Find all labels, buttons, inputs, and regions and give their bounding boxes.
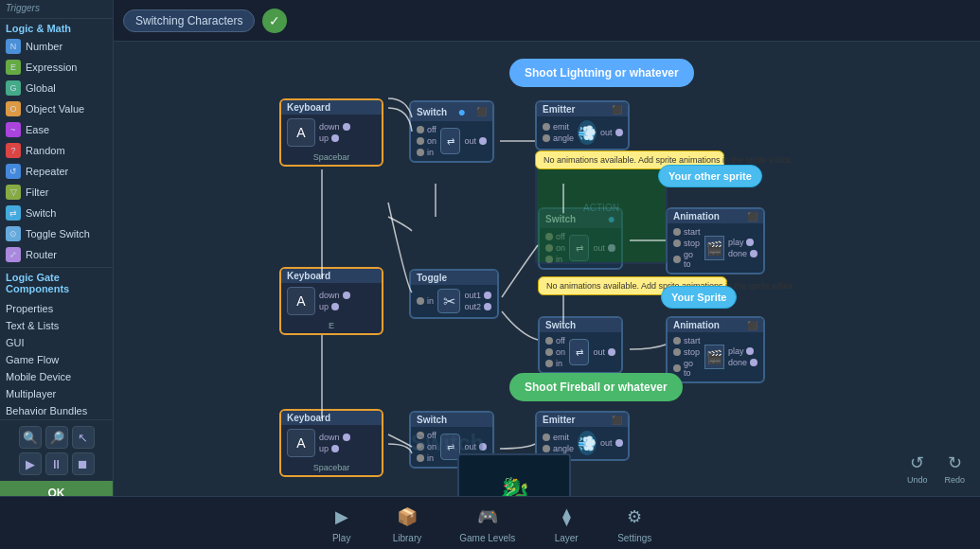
sidebar-item-random[interactable]: ? Random <box>0 140 113 161</box>
emitter-2-icon: ⬛ <box>612 416 622 425</box>
port-out1-toggle: out1 <box>464 291 491 300</box>
sidebar-item-properties[interactable]: Properties <box>0 300 113 317</box>
shoot-lightning-node[interactable]: Shoot Lightning or whatever <box>509 59 694 87</box>
sidebar-item-objvalue[interactable]: O Object Value <box>0 98 113 119</box>
port-stop-2: stop <box>673 347 701 357</box>
undo-button[interactable]: ↺ Undo <box>900 449 935 488</box>
keyboard-1-body: A down up <box>281 115 382 151</box>
emitter-2-title: Emitter <box>543 415 575 425</box>
bottom-library-button[interactable]: 📦 Library <box>393 504 422 543</box>
emitter-2-visual: 💨 <box>578 431 597 455</box>
zoom-in-button[interactable]: 🔍 <box>19 426 42 449</box>
emitter-node-1[interactable]: Emitter ⬛ emit angle 💨 out <box>535 100 630 151</box>
undo-label: Undo <box>907 475 928 485</box>
port-dot-out <box>343 123 350 131</box>
emitter-1-outports: out <box>600 128 623 137</box>
bottom-layer-button[interactable]: ⧫ Layer <box>553 504 579 543</box>
port-goto-2: go to <box>673 359 701 378</box>
emitter-1-header: Emitter ⬛ <box>537 102 628 116</box>
redo-label: Redo <box>944 475 965 485</box>
keyboard-node-2[interactable]: Keyboard A down up E <box>279 267 383 335</box>
port-in-emit <box>543 123 550 131</box>
sidebar-item-number-label: Number <box>26 41 62 52</box>
stop-button[interactable]: ⏹ <box>72 452 95 475</box>
port-dot-in-toggle <box>417 297 424 305</box>
sidebar-item-repeater[interactable]: ↺ Repeater <box>0 161 113 182</box>
zoom-out-button[interactable]: 🔎 <box>45 426 68 449</box>
router-icon: ⤢ <box>6 247 21 262</box>
port-in-off-3 <box>545 337 553 345</box>
toggle-node-1[interactable]: Toggle in ✂ out1 out2 <box>409 269 499 319</box>
number-icon: N <box>6 39 21 54</box>
port-in-in-4 <box>417 454 424 462</box>
sidebar-item-textlists[interactable]: Text & Lists <box>0 317 113 334</box>
ok-button[interactable]: OK <box>0 481 113 496</box>
port-out-done <box>750 250 757 257</box>
sidebar-item-behaviors[interactable]: Behavior Bundles <box>0 402 113 419</box>
bottom-settings-button[interactable]: ⚙ Settings <box>617 504 651 543</box>
triggers-label: Triggers <box>0 0 113 16</box>
port-angle-1: angle <box>543 133 574 143</box>
sidebar-item-filter-label: Filter <box>26 186 48 198</box>
game-sprite-preview: 🐉 <box>457 453 571 496</box>
switch-node-3[interactable]: Switch off on in ⇄ out <box>538 316 623 374</box>
port-off-3: off <box>545 336 565 345</box>
redo-button[interactable]: ↻ Redo <box>936 449 972 488</box>
port-in-stop <box>673 239 681 247</box>
objvalue-icon: O <box>6 101 21 116</box>
bottom-gamelevels-button[interactable]: 🎮 Game Levels <box>459 504 515 543</box>
pointer-button[interactable]: ↖ <box>72 426 95 449</box>
keyboard-node-1[interactable]: Keyboard A down up Spacebar <box>279 98 383 167</box>
settings-label: Settings <box>617 533 651 543</box>
behaviors-label: Behavior Bundles <box>6 405 87 416</box>
port-down-2: down <box>319 291 350 300</box>
port-dot-down-3 <box>343 434 350 441</box>
sidebar-item-ease[interactable]: ~ Ease <box>0 119 113 140</box>
bottom-play-button[interactable]: ▶ Play <box>329 504 355 543</box>
global-icon: G <box>6 80 21 96</box>
animation-2-header: Animation ⬛ <box>668 318 763 332</box>
switch-1-body: off on in ⇄ out <box>411 121 492 161</box>
animation-node-1[interactable]: Animation ⬛ start stop go to 🎬 play done <box>666 207 765 274</box>
library-label: Library <box>393 533 422 543</box>
animation-node-2[interactable]: Animation ⬛ start stop go to 🎬 play done <box>666 316 765 383</box>
node-canvas[interactable]: Shoot Lightning or whatever Keyboard A d… <box>114 42 980 496</box>
switch-3-outports: out <box>593 347 615 357</box>
sidebar-item-router[interactable]: ⤢ Router <box>0 244 113 265</box>
check-circle[interactable]: ✓ <box>262 9 287 33</box>
sidebar-item-toggle-label: Toggle Switch <box>26 228 90 239</box>
sidebar-item-multiplayer[interactable]: Multiplayer <box>0 385 113 402</box>
bottom-bar: ▶ Play 📦 Library 🎮 Game Levels ⧫ Layer ⚙… <box>0 496 980 549</box>
play-button[interactable]: ▶ <box>19 452 42 475</box>
sidebar-item-global-label: Global <box>26 82 56 94</box>
emitter-1-visual: 💨 <box>578 120 597 145</box>
toggle-1-visual: ✂ <box>437 289 460 313</box>
switch-node-1[interactable]: Switch ● ⬛ off on in ⇄ out <box>409 100 494 163</box>
sidebar-item-global[interactable]: G Global <box>0 78 113 98</box>
port-out-dot-3 <box>608 348 615 356</box>
keyboard-node-3[interactable]: Keyboard A down up Spacebar <box>279 409 383 477</box>
port-out-dot-emit <box>615 129 623 136</box>
sidebar-item-gameflow[interactable]: Game Flow <box>0 351 113 368</box>
emitter-1-title: Emitter <box>543 104 575 115</box>
sidebar-item-switch-label: Switch <box>26 207 56 219</box>
animation-1-header: Animation ⬛ <box>668 209 763 223</box>
switch-3-header: Switch <box>540 318 621 332</box>
keyboard-3-body: A down up <box>281 425 382 461</box>
sidebar-item-switch[interactable]: ⇄ Switch <box>0 203 113 223</box>
sidebar-item-mobile[interactable]: Mobile Device <box>0 368 113 385</box>
sidebar-item-gui[interactable]: GUI <box>0 334 113 351</box>
switch-1-visual: ⇄ <box>440 128 460 154</box>
sidebar-item-number[interactable]: N Number <box>0 36 113 57</box>
port-in-4: in <box>417 453 437 463</box>
sidebar-item-toggle[interactable]: ⊙ Toggle Switch <box>0 223 113 244</box>
port-emit-2: emit <box>543 433 574 442</box>
sidebar-item-filter[interactable]: ▽ Filter <box>0 182 113 203</box>
pause-button[interactable]: ⏸ <box>45 452 68 475</box>
sidebar-item-expression[interactable]: E Expression <box>0 57 113 78</box>
switch-1-dot: ● <box>457 104 465 119</box>
port-in-goto-2 <box>673 364 681 372</box>
port-out-emit-2: out <box>600 438 623 448</box>
section-logic-math: Logic & Math <box>0 18 113 36</box>
shoot-fireball-node[interactable]: Shoot Fireball or whatever <box>509 373 683 401</box>
